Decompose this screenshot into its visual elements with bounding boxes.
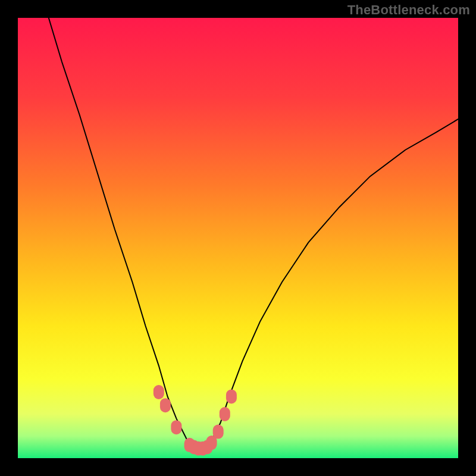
marker-dot xyxy=(220,407,230,421)
marker-band xyxy=(154,385,237,456)
bottleneck-curve xyxy=(49,18,458,449)
marker-dot xyxy=(226,389,237,403)
marker-dot xyxy=(160,398,171,412)
marker-dot xyxy=(154,385,164,399)
marker-dot xyxy=(213,425,224,439)
chart-frame: TheBottleneck.com xyxy=(0,0,476,476)
chart-svg xyxy=(18,18,458,458)
marker-dot xyxy=(171,420,181,434)
watermark-text: TheBottleneck.com xyxy=(347,2,470,18)
